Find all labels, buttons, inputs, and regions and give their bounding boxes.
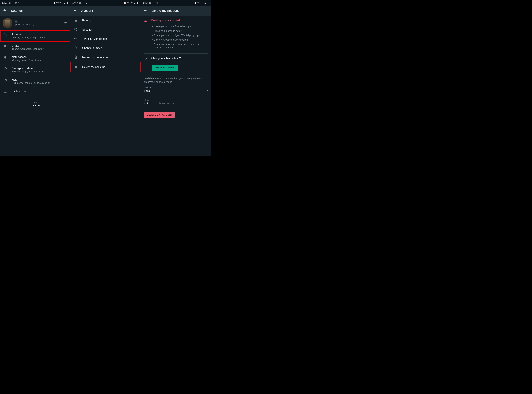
- bell-icon: [3, 56, 7, 59]
- phone-number-input[interactable]: [158, 102, 208, 106]
- app-bar: Settings: [0, 5, 70, 16]
- warning-icon: [144, 19, 147, 23]
- back-arrow-icon[interactable]: [73, 9, 77, 13]
- app-bar: Account: [70, 5, 141, 16]
- battery-icon: ▮: [207, 2, 209, 4]
- page-title: Delete my account: [151, 9, 179, 13]
- signal-icon: ◢: [134, 2, 136, 4]
- screen-icon: ▭: [152, 2, 155, 4]
- status-bar: 17:57 ▣ ▭ M • ⏰ Vo)) LTE1 ◢ ▮: [141, 0, 211, 5]
- more-dot: •: [159, 2, 160, 4]
- settings-sub: Theme, wallpapers, chat history: [12, 48, 67, 50]
- help-icon: [3, 78, 7, 82]
- status-time: 17:57: [143, 2, 148, 4]
- page-title: Settings: [11, 9, 23, 13]
- document-icon: [74, 56, 78, 59]
- back-arrow-icon[interactable]: [3, 9, 7, 13]
- svg-point-13: [76, 39, 76, 39]
- lock-icon: [74, 19, 78, 22]
- trash-icon: [74, 65, 78, 69]
- svg-rect-1: [65, 22, 66, 23]
- volte-text: Vo)): [56, 2, 59, 3]
- screen-account: 17:57 ▣ ▭ M • ⏰ Vo)) LTE1 ◢ ▮ Account Pr…: [70, 0, 141, 156]
- change-number-button[interactable]: CHANGE NUMBER: [152, 65, 178, 71]
- svg-point-8: [5, 91, 5, 91]
- invite-text: Invite a friend: [12, 90, 67, 93]
- svg-point-9: [5, 91, 6, 91]
- delete-account-button[interactable]: DELETE MY ACCOUNT: [144, 112, 175, 118]
- image-icon: ▣: [149, 2, 151, 4]
- account-row-privacy[interactable]: Privacy: [70, 16, 141, 25]
- settings-sub: Network usage, auto-download: [12, 70, 67, 73]
- settings-title: Notifications: [12, 56, 67, 59]
- phone-label: Phone: [144, 99, 208, 101]
- page-title: Account: [81, 9, 93, 13]
- warning-title: Deleting your account will:: [151, 19, 182, 22]
- nav-pill: [26, 155, 44, 156]
- screen-settings: 17:57 ▣ ▭ M • ⏰ Vo)) LTE1 ◢ ▮ Settings A…: [0, 0, 70, 156]
- warning-item: Delete your payments history and cancel …: [152, 43, 208, 49]
- screen-icon: ▭: [12, 2, 14, 4]
- settings-row-invite[interactable]: Invite a friend: [0, 87, 70, 96]
- status-bar: 17:57 ▣ ▭ M • ⏰ Vo)) LTE1 ◢ ▮: [0, 0, 70, 5]
- status-bar: 17:57 ▣ ▭ M • ⏰ Vo)) LTE1 ◢ ▮: [70, 0, 141, 5]
- more-dot: •: [18, 2, 19, 4]
- warning-block: Deleting your account will: Delete your …: [141, 16, 211, 52]
- nav-pill: [97, 155, 115, 156]
- confirm-instruction: To delete your account, confirm your cou…: [141, 74, 211, 85]
- account-label: Privacy: [82, 19, 91, 22]
- phone-field-group: Phone + 91: [141, 98, 211, 107]
- svg-point-14: [76, 39, 76, 39]
- account-label: Request account info: [82, 56, 108, 59]
- change-number-icon: [74, 46, 78, 50]
- account-row-changenumber[interactable]: Change number: [70, 43, 141, 52]
- svg-rect-2: [64, 23, 65, 24]
- country-code-value: 91: [147, 102, 150, 105]
- settings-sub: Help centre, contact us, privacy policy: [12, 82, 67, 84]
- status-time: 17:57: [2, 2, 7, 4]
- settings-sub: Privacy, security, change number: [12, 36, 67, 39]
- profile-status: you're blocking my o…: [15, 23, 56, 26]
- settings-title: Help: [12, 78, 67, 81]
- change-number-icon: [144, 57, 147, 61]
- dots-icon: [74, 37, 78, 40]
- warning-item: Delete your account from WhatsApp: [152, 25, 208, 28]
- settings-row-chats[interactable]: Chats Theme, wallpapers, chat history: [0, 41, 70, 53]
- key-icon: [3, 33, 7, 36]
- warning-item: Delete you from all of your WhatsApp gro…: [152, 34, 208, 37]
- image-icon: ▣: [8, 2, 11, 4]
- app-bar: Delete my account: [141, 5, 211, 16]
- account-row-request[interactable]: Request account info: [70, 52, 141, 62]
- account-row-delete[interactable]: Delete my account: [70, 62, 141, 72]
- avatar: [3, 18, 12, 28]
- country-field[interactable]: Country India ▾: [141, 85, 211, 95]
- svg-point-5: [4, 34, 5, 35]
- country-value: India: [144, 89, 150, 92]
- profile-name: A: [15, 20, 17, 23]
- people-icon: [3, 90, 7, 93]
- signal-icon: ◢: [63, 2, 66, 4]
- footer-from: from: [0, 101, 70, 103]
- settings-row-help[interactable]: Help Help centre, contact us, privacy po…: [0, 76, 70, 87]
- profile-row[interactable]: A you're blocking my o…: [0, 16, 70, 30]
- signal-icon: ◢: [204, 2, 206, 4]
- settings-row-notifications[interactable]: Notifications Message, group & call tone…: [0, 53, 70, 64]
- settings-sub: Message, group & call tones: [12, 59, 67, 62]
- settings-title: Account: [12, 33, 67, 36]
- settings-row-storage[interactable]: Storage and data Network usage, auto-dow…: [0, 64, 70, 76]
- warning-item: Delete your Google Drive backup: [152, 38, 208, 41]
- account-row-security[interactable]: Security: [70, 25, 141, 34]
- mail-icon: M: [15, 2, 17, 4]
- settings-row-account[interactable]: Account Privacy, security, change number: [0, 30, 70, 41]
- screen-icon: ▭: [82, 2, 84, 4]
- shield-icon: [74, 28, 78, 31]
- back-arrow-icon[interactable]: [144, 9, 147, 13]
- account-label: Two-step verification: [82, 37, 107, 40]
- volte-text: Vo)): [197, 2, 200, 3]
- account-row-twostep[interactable]: Two-step verification: [70, 34, 141, 43]
- battery-icon: ▮: [136, 2, 139, 4]
- qr-code-icon[interactable]: [63, 20, 68, 26]
- svg-rect-10: [75, 20, 77, 21]
- country-code-field[interactable]: + 91: [144, 102, 156, 106]
- svg-point-12: [75, 39, 75, 39]
